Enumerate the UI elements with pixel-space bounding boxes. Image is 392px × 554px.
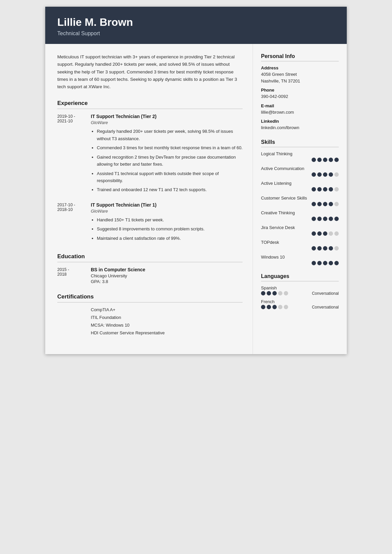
dot-filled bbox=[312, 261, 316, 265]
dot-filled bbox=[329, 202, 333, 206]
dot-filled bbox=[267, 291, 271, 295]
experience-item-2: 2017-10 - 2018-10 IT Support Technician … bbox=[57, 202, 243, 244]
skill-dots bbox=[261, 231, 339, 236]
dot-empty bbox=[334, 202, 339, 206]
dot-filled bbox=[323, 261, 327, 265]
edu-content-1: BS in Computer Science Chicago Universit… bbox=[91, 267, 243, 284]
lang-dots bbox=[261, 291, 288, 295]
edu-item-1: 2015 - 2018 BS in Computer Science Chica… bbox=[57, 267, 243, 284]
address-value: 4058 Green Street Nashville, TN 37201 bbox=[261, 71, 339, 84]
skill-active-communication: Active Communication bbox=[261, 166, 339, 177]
dot-empty bbox=[278, 291, 282, 295]
skill-name: Active Communication bbox=[261, 166, 339, 171]
dot-filled bbox=[317, 202, 322, 206]
dot-filled bbox=[312, 217, 316, 221]
skill-logical-thinking: Logical Thinking bbox=[261, 151, 339, 162]
cert-name-4: HDI Customer Service Representative bbox=[91, 330, 165, 335]
skill-name: Jira Service Desk bbox=[261, 225, 339, 230]
exp-company-2: GloWare bbox=[91, 209, 243, 214]
dot-filled bbox=[312, 246, 316, 251]
dot-empty bbox=[278, 305, 282, 309]
skill-name: Active Listening bbox=[261, 181, 339, 186]
lang-name: French bbox=[261, 299, 339, 304]
dot-filled bbox=[323, 202, 327, 206]
lang-level: Conversational bbox=[312, 305, 339, 310]
dot-filled bbox=[323, 172, 327, 177]
skill-dots bbox=[261, 261, 339, 265]
lang-spanish: Spanish Conversational bbox=[261, 285, 339, 296]
languages-section: Languages Spanish Conversational bbox=[261, 273, 339, 310]
dot-filled bbox=[329, 172, 333, 177]
dot-empty bbox=[334, 187, 339, 191]
dot-filled bbox=[261, 305, 265, 309]
skill-name: Windows 10 bbox=[261, 255, 339, 260]
dot-filled bbox=[329, 261, 333, 265]
applicant-name: Lillie M. Brown bbox=[57, 16, 335, 29]
cert-name-3: MCSA: Windows 10 bbox=[91, 323, 130, 328]
skills-section: Skills Logical Thinking Active Communica… bbox=[261, 139, 339, 265]
skill-creative-thinking: Creative Thinking bbox=[261, 210, 339, 221]
dot-filled bbox=[312, 231, 316, 236]
bullet: Commended 3 times for best monthly ticke… bbox=[97, 144, 243, 151]
cert-name-1: CompTIA A+ bbox=[91, 307, 115, 312]
lang-name: Spanish bbox=[261, 285, 339, 290]
bullet: Handled 150+ T1 tickets per week. bbox=[97, 216, 243, 223]
dot-empty bbox=[284, 291, 288, 295]
summary-text: Meticulous IT support technician with 3+… bbox=[57, 53, 243, 91]
skills-title: Skills bbox=[261, 139, 339, 147]
experience-section: Experience 2019-10 - 2021-10 IT Support … bbox=[57, 100, 243, 244]
dot-filled bbox=[323, 246, 327, 251]
skill-name: Creative Thinking bbox=[261, 210, 339, 215]
dot-filled bbox=[323, 231, 327, 236]
dot-filled bbox=[329, 187, 333, 191]
dot-filled bbox=[312, 187, 316, 191]
education-section: Education 2015 - 2018 BS in Computer Sci… bbox=[57, 253, 243, 284]
dot-filled bbox=[329, 217, 333, 221]
exp-dates-2: 2017-10 - 2018-10 bbox=[57, 202, 91, 244]
personal-info-title: Personal Info bbox=[261, 53, 339, 61]
body: Meticulous IT support technician with 3+… bbox=[45, 44, 347, 354]
dot-filled bbox=[317, 231, 322, 236]
languages-title: Languages bbox=[261, 273, 339, 281]
skill-name: TOPdesk bbox=[261, 240, 339, 245]
dot-filled bbox=[312, 158, 316, 162]
experience-title: Experience bbox=[57, 100, 243, 109]
dot-filled bbox=[317, 172, 322, 177]
dot-filled bbox=[317, 217, 322, 221]
skill-topdesk: TOPdesk bbox=[261, 240, 339, 251]
cert-item-3: MCSA: Windows 10 bbox=[57, 323, 243, 328]
bullet: Maintained a client satisfaction rate of… bbox=[97, 235, 243, 242]
lang-french: French Conversational bbox=[261, 299, 339, 310]
phone-label: Phone bbox=[261, 88, 339, 93]
sidebar: Personal Info Address 4058 Green Street … bbox=[253, 44, 347, 354]
dot-filled bbox=[261, 291, 265, 295]
edu-gpa-1: GPA: 3.8 bbox=[91, 279, 243, 284]
exp-job-title-1: IT Support Technician (Tier 2) bbox=[91, 114, 243, 119]
exp-content-2: IT Support Technician (Tier 1) GloWare H… bbox=[91, 202, 243, 244]
exp-bullets-1: Regularly handled 200+ user tickets per … bbox=[91, 128, 243, 193]
education-title: Education bbox=[57, 253, 243, 262]
dot-empty bbox=[329, 231, 333, 236]
bullet: Assisted T1 technical support with ticke… bbox=[97, 170, 243, 184]
bullet: Regularly handled 200+ user tickets per … bbox=[97, 128, 243, 142]
dot-filled bbox=[272, 305, 277, 309]
dot-filled bbox=[323, 187, 327, 191]
cert-item-2: ITIL Foundation bbox=[57, 315, 243, 320]
main-content: Meticulous IT support technician with 3+… bbox=[45, 44, 253, 354]
exp-job-title-2: IT Support Technician (Tier 1) bbox=[91, 202, 243, 208]
skill-jira: Jira Service Desk bbox=[261, 225, 339, 236]
exp-content-1: IT Support Technician (Tier 2) GloWare R… bbox=[91, 114, 243, 196]
skill-customer-service: Customer Service Skills bbox=[261, 196, 339, 206]
address-label: Address bbox=[261, 65, 339, 70]
dot-filled bbox=[272, 291, 277, 295]
lang-bottom: Conversational bbox=[261, 305, 339, 310]
dot-filled bbox=[334, 261, 339, 265]
skill-dots bbox=[261, 187, 339, 191]
exp-company-1: GloWare bbox=[91, 120, 243, 125]
resume-page: Lillie M. Brown Technical Support Meticu… bbox=[45, 7, 347, 354]
dot-filled bbox=[312, 172, 316, 177]
skill-dots bbox=[261, 217, 339, 221]
phone-value: 390-042-0092 bbox=[261, 93, 339, 100]
experience-item-1: 2019-10 - 2021-10 IT Support Technician … bbox=[57, 114, 243, 196]
header: Lillie M. Brown Technical Support bbox=[45, 7, 347, 44]
